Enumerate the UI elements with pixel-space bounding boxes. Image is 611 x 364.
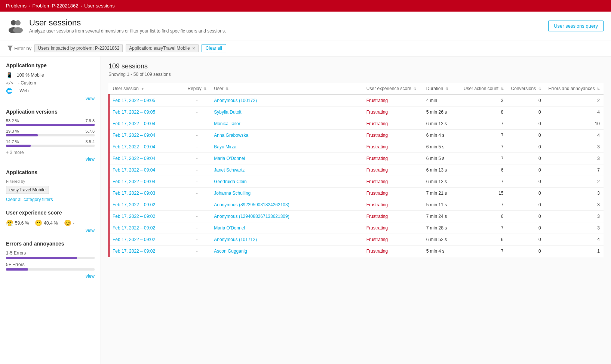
session-link-0[interactable]: Feb 17, 2022 – 09:05 <box>113 98 155 103</box>
session-link-2[interactable]: Feb 17, 2022 – 09:04 <box>113 121 155 126</box>
user-link-13[interactable]: Ascon Gugganig <box>214 249 247 254</box>
cell-user-6[interactable]: Janet Schwartz <box>210 164 363 176</box>
ux-view-link[interactable]: view <box>6 228 95 233</box>
app-type-web: 🌐 - Web <box>6 88 95 94</box>
cell-session-5[interactable]: Feb 17, 2022 – 09:04 <box>109 153 184 164</box>
th-errors[interactable]: Errors and annoyances ⇅ <box>545 83 604 95</box>
cell-session-4[interactable]: Feb 17, 2022 – 09:04 <box>109 141 184 153</box>
user-link-2[interactable]: Monica Tailor <box>214 121 240 126</box>
session-link-3[interactable]: Feb 17, 2022 – 09:04 <box>113 133 155 138</box>
cell-user-12[interactable]: Anonymous (101712) <box>210 234 363 246</box>
user-link-0[interactable]: Anonymous (100172) <box>214 98 257 103</box>
user-link-3[interactable]: Anna Grabowska <box>214 133 248 138</box>
cell-session-0[interactable]: Feb 17, 2022 – 09:05 <box>109 95 184 107</box>
cell-session-10[interactable]: Feb 17, 2022 – 09:02 <box>109 211 184 222</box>
user-link-5[interactable]: Maria O'Donnel <box>214 156 245 161</box>
table-row[interactable]: Feb 17, 2022 – 09:02 - Ascon Gugganig Fr… <box>109 246 604 257</box>
session-link-9[interactable]: Feb 17, 2022 – 09:02 <box>113 202 155 207</box>
neutral-icon: 😐 <box>35 219 42 226</box>
breadcrumb-problems[interactable]: Problems <box>6 3 27 9</box>
cell-session-12[interactable]: Feb 17, 2022 – 09:02 <box>109 234 184 246</box>
th-actions[interactable]: User action count ⇅ <box>460 83 507 95</box>
th-conversions[interactable]: Conversions ⇅ <box>507 83 545 95</box>
session-link-6[interactable]: Feb 17, 2022 – 09:04 <box>113 167 155 173</box>
app-tag[interactable]: easyTravel Mobile <box>6 186 49 194</box>
cell-session-6[interactable]: Feb 17, 2022 – 09:04 <box>109 164 184 176</box>
user-link-12[interactable]: Anonymous (101712) <box>214 237 257 242</box>
cell-user-4[interactable]: Bayu Mirza <box>210 141 363 153</box>
session-link-13[interactable]: Feb 17, 2022 – 09:02 <box>113 249 155 254</box>
versions-more-link[interactable]: + 3 more <box>6 150 95 155</box>
cell-user-3[interactable]: Anna Grabowska <box>210 130 363 141</box>
conversions-value-13: 0 <box>538 249 541 254</box>
cell-session-11[interactable]: Feb 17, 2022 – 09:02 <box>109 222 184 234</box>
cell-user-2[interactable]: Monica Tailor <box>210 118 363 130</box>
session-link-11[interactable]: Feb 17, 2022 – 09:02 <box>113 225 155 231</box>
duration-value-10: 7 min 24 s <box>426 214 447 219</box>
breadcrumb-problem-id[interactable]: Problem P-22021862 <box>33 3 79 9</box>
user-link-6[interactable]: Janet Schwartz <box>214 167 245 173</box>
cell-session-9[interactable]: Feb 17, 2022 – 09:02 <box>109 199 184 211</box>
th-ux-score[interactable]: User experience score ⇅ <box>363 83 423 95</box>
clear-category-filters-link[interactable]: Clear all category filters <box>6 197 95 202</box>
table-row[interactable]: Feb 17, 2022 – 09:05 - Sybylla Dutoit Fr… <box>109 107 604 118</box>
main-layout: Application type 📱 100 % Mobile </> - Cu… <box>0 56 611 364</box>
session-link-7[interactable]: Feb 17, 2022 – 09:04 <box>113 179 155 184</box>
th-user[interactable]: User ⇅ <box>210 83 363 95</box>
table-row[interactable]: Feb 17, 2022 – 09:02 - Anonymous (129408… <box>109 211 604 222</box>
table-row[interactable]: Feb 17, 2022 – 09:02 - Anonymous (892395… <box>109 199 604 211</box>
session-link-4[interactable]: Feb 17, 2022 – 09:04 <box>113 144 155 149</box>
session-link-1[interactable]: Feb 17, 2022 – 09:05 <box>113 109 155 115</box>
cell-user-1[interactable]: Sybylla Dutoit <box>210 107 363 118</box>
session-link-8[interactable]: Feb 17, 2022 – 09:03 <box>113 191 155 196</box>
cell-user-8[interactable]: Johanna Schuiling <box>210 188 363 199</box>
user-link-10[interactable]: Anonymous (1294088267133621309) <box>214 214 289 219</box>
replay-dash-8: - <box>196 191 198 196</box>
session-link-5[interactable]: Feb 17, 2022 – 09:04 <box>113 156 155 161</box>
session-link-12[interactable]: Feb 17, 2022 – 09:02 <box>113 237 155 242</box>
cell-session-8[interactable]: Feb 17, 2022 – 09:03 <box>109 188 184 199</box>
user-link-7[interactable]: Geertruida Clein <box>214 179 246 184</box>
table-row[interactable]: Feb 17, 2022 – 09:03 - Johanna Schuiling… <box>109 188 604 199</box>
cell-session-2[interactable]: Feb 17, 2022 – 09:04 <box>109 118 184 130</box>
cell-session-1[interactable]: Feb 17, 2022 – 09:05 <box>109 107 184 118</box>
cell-session-3[interactable]: Feb 17, 2022 – 09:04 <box>109 130 184 141</box>
table-row[interactable]: Feb 17, 2022 – 09:05 - Anonymous (100172… <box>109 95 604 107</box>
user-link-8[interactable]: Johanna Schuiling <box>214 191 251 196</box>
table-row[interactable]: Feb 17, 2022 – 09:04 - Janet Schwartz Fr… <box>109 164 604 176</box>
user-link-4[interactable]: Bayu Mirza <box>214 144 236 149</box>
cell-user-10[interactable]: Anonymous (1294088267133621309) <box>210 211 363 222</box>
cell-session-13[interactable]: Feb 17, 2022 – 09:02 <box>109 246 184 257</box>
table-row[interactable]: Feb 17, 2022 – 09:02 - Anonymous (101712… <box>109 234 604 246</box>
user-sessions-query-button[interactable]: User sessions query <box>548 21 604 31</box>
table-row[interactable]: Feb 17, 2022 – 09:04 - Monica Tailor Fru… <box>109 118 604 130</box>
app-type-custom: </> - Custom <box>6 80 95 86</box>
cell-user-7[interactable]: Geertruida Clein <box>210 176 363 188</box>
cell-user-13[interactable]: Ascon Gugganig <box>210 246 363 257</box>
table-row[interactable]: Feb 17, 2022 – 09:02 - Maria O'Donnel Fr… <box>109 222 604 234</box>
versions-view-link[interactable]: view <box>6 157 95 162</box>
cell-user-11[interactable]: Maria O'Donnel <box>210 222 363 234</box>
th-replay[interactable]: Replay ⇅ <box>184 83 211 95</box>
user-link-9[interactable]: Anonymous (8923959031824262103) <box>214 202 289 207</box>
table-row[interactable]: Feb 17, 2022 – 09:04 - Maria O'Donnel Fr… <box>109 153 604 164</box>
user-link-11[interactable]: Maria O'Donnel <box>214 225 245 231</box>
th-duration[interactable]: Duration ⇅ <box>423 83 460 95</box>
cell-session-7[interactable]: Feb 17, 2022 – 09:04 <box>109 176 184 188</box>
th-user-session[interactable]: User session ▼ <box>109 83 184 95</box>
app-type-view-link[interactable]: view <box>6 96 95 101</box>
cell-replay-9: - <box>184 199 211 211</box>
cell-user-0[interactable]: Anonymous (100172) <box>210 95 363 107</box>
table-row[interactable]: Feb 17, 2022 – 09:04 - Geertruida Clein … <box>109 176 604 188</box>
table-row[interactable]: Feb 17, 2022 – 09:04 - Anna Grabowska Fr… <box>109 130 604 141</box>
filter-remove-application[interactable]: × <box>192 46 195 51</box>
user-link-1[interactable]: Sybylla Dutoit <box>214 109 241 115</box>
session-link-10[interactable]: Feb 17, 2022 – 09:02 <box>113 214 155 219</box>
errors-view-link[interactable]: view <box>6 274 95 279</box>
cell-user-5[interactable]: Maria O'Donnel <box>210 153 363 164</box>
satisfied-icon: 😊 <box>64 219 71 226</box>
clear-all-button[interactable]: Clear all <box>202 44 226 52</box>
filter-tag-application[interactable]: Application: easyTravel Mobile × <box>126 44 199 52</box>
table-row[interactable]: Feb 17, 2022 – 09:04 - Bayu Mirza Frustr… <box>109 141 604 153</box>
cell-user-9[interactable]: Anonymous (8923959031824262103) <box>210 199 363 211</box>
